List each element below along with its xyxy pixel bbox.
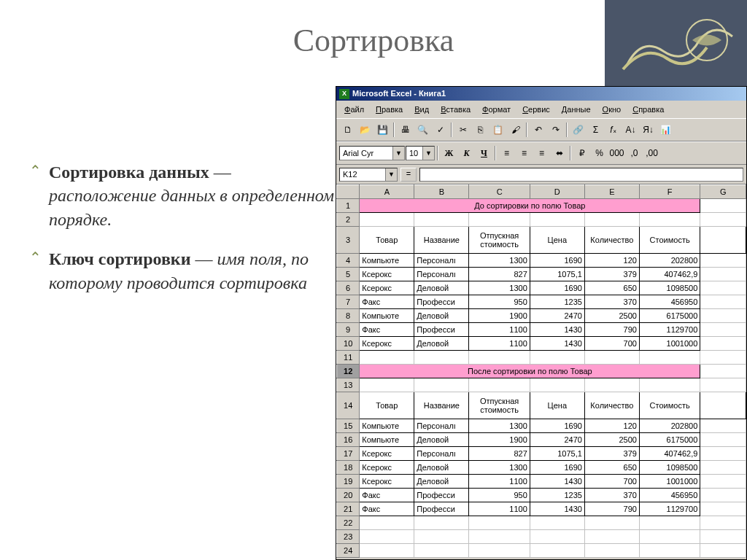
cell[interactable]: Факс xyxy=(360,295,414,309)
row-header[interactable]: 2 xyxy=(337,213,360,227)
cell[interactable]: 456950 xyxy=(639,489,700,502)
cell[interactable]: Компьюте xyxy=(360,254,414,268)
cell[interactable] xyxy=(360,378,414,392)
cell[interactable] xyxy=(360,516,414,530)
cell[interactable] xyxy=(700,199,746,213)
cell[interactable]: 1300 xyxy=(469,419,530,433)
cell[interactable]: 1100 xyxy=(469,337,530,351)
menu-item[interactable]: Справка xyxy=(627,104,669,115)
cell[interactable] xyxy=(469,378,530,392)
cell[interactable]: 1100 xyxy=(469,502,530,516)
row-header[interactable]: 16 xyxy=(337,433,360,447)
cell[interactable]: 370 xyxy=(584,489,639,502)
table-column-header[interactable]: Цена xyxy=(530,392,584,419)
cell[interactable] xyxy=(414,351,469,365)
row-header[interactable]: 18 xyxy=(337,461,360,475)
autosum-icon[interactable]: Σ xyxy=(587,122,604,139)
cell[interactable]: 1100 xyxy=(469,475,530,489)
italic-button[interactable]: К xyxy=(458,145,475,162)
table-column-header[interactable]: Отпускная стоимость xyxy=(469,392,530,419)
cell[interactable]: Персоналı xyxy=(414,447,469,461)
cell[interactable]: 950 xyxy=(469,489,530,502)
cell[interactable] xyxy=(700,516,746,530)
cell[interactable]: 1900 xyxy=(469,433,530,447)
cell[interactable]: 790 xyxy=(584,502,639,516)
cell[interactable] xyxy=(700,419,746,433)
spellcheck-icon[interactable]: ✓ xyxy=(432,122,449,139)
open-file-icon[interactable]: 📂 xyxy=(357,122,374,139)
table-column-header[interactable]: Количество xyxy=(584,392,639,419)
table-column-header[interactable]: Стоимость xyxy=(639,392,700,419)
cell[interactable] xyxy=(700,447,746,461)
cell[interactable] xyxy=(360,530,414,544)
cell[interactable]: 370 xyxy=(584,295,639,309)
row-header[interactable]: 15 xyxy=(337,419,360,433)
cell[interactable] xyxy=(639,378,700,392)
function-icon[interactable]: fₓ xyxy=(605,122,622,139)
cell[interactable]: 1098500 xyxy=(639,281,700,295)
cell[interactable] xyxy=(700,461,746,475)
cell[interactable] xyxy=(639,516,700,530)
cell[interactable] xyxy=(700,433,746,447)
row-header[interactable]: 4 xyxy=(337,254,360,268)
row-header[interactable]: 20 xyxy=(337,489,360,502)
cell[interactable] xyxy=(700,351,746,365)
excel-titlebar[interactable]: X Microsoft Excel - Книга1 xyxy=(336,87,746,101)
cell[interactable]: 1430 xyxy=(530,502,584,516)
cell[interactable] xyxy=(414,530,469,544)
merge-center-icon[interactable]: ⬌ xyxy=(551,145,568,162)
cell[interactable]: Ксерокс xyxy=(360,447,414,461)
cell[interactable] xyxy=(700,295,746,309)
row-header[interactable]: 9 xyxy=(337,323,360,337)
cell[interactable]: Компьюте xyxy=(360,309,414,323)
cell[interactable]: Персоналı xyxy=(414,268,469,281)
cell[interactable]: 950 xyxy=(469,295,530,309)
cell-reference-box[interactable]: K12▼ xyxy=(339,168,398,182)
cell[interactable]: 379 xyxy=(584,268,639,281)
cell[interactable]: Ксерокс xyxy=(360,337,414,351)
cell[interactable]: 1430 xyxy=(530,323,584,337)
row-header[interactable]: 12 xyxy=(337,365,360,378)
cell[interactable]: Професси xyxy=(414,323,469,337)
row-header[interactable]: 17 xyxy=(337,447,360,461)
cell[interactable] xyxy=(530,351,584,365)
cell[interactable] xyxy=(700,337,746,351)
cell[interactable]: 1300 xyxy=(469,461,530,475)
cell[interactable] xyxy=(700,213,746,227)
dropdown-icon[interactable]: ▼ xyxy=(392,147,404,160)
cell[interactable]: 1235 xyxy=(530,295,584,309)
paste-icon[interactable]: 📋 xyxy=(489,122,506,139)
row-header[interactable]: 13 xyxy=(337,378,360,392)
cell[interactable]: Факс xyxy=(360,489,414,502)
cell[interactable]: 1129700 xyxy=(639,323,700,337)
cell[interactable] xyxy=(700,530,746,544)
row-header[interactable]: 11 xyxy=(337,351,360,365)
menu-item[interactable]: Файл xyxy=(339,104,369,115)
cell[interactable]: 1300 xyxy=(469,254,530,268)
cell[interactable] xyxy=(360,544,414,558)
align-left-icon[interactable]: ≡ xyxy=(498,145,515,162)
formula-equals-button[interactable]: = xyxy=(400,168,417,182)
cell[interactable] xyxy=(700,475,746,489)
cell[interactable] xyxy=(584,516,639,530)
section-banner-after[interactable]: После сортировки по полю Товар xyxy=(360,365,700,378)
font-size-selector[interactable]: 10▼ xyxy=(406,146,435,160)
column-header[interactable]: E xyxy=(584,185,639,199)
cell[interactable]: 790 xyxy=(584,323,639,337)
cell[interactable]: 2500 xyxy=(584,433,639,447)
row-header[interactable]: 8 xyxy=(337,309,360,323)
print-icon[interactable]: 🖶 xyxy=(397,122,414,139)
cell[interactable]: 827 xyxy=(469,268,530,281)
percent-icon[interactable]: % xyxy=(591,145,608,162)
cell[interactable] xyxy=(700,268,746,281)
cell[interactable] xyxy=(700,309,746,323)
cell[interactable] xyxy=(639,544,700,558)
cell[interactable]: 650 xyxy=(584,281,639,295)
cell[interactable]: 2470 xyxy=(530,309,584,323)
section-banner-before[interactable]: До сортировки по полю Товар xyxy=(360,199,700,213)
cell[interactable] xyxy=(700,254,746,268)
row-header[interactable]: 3 xyxy=(337,227,360,254)
cell[interactable]: 1100 xyxy=(469,323,530,337)
bold-button[interactable]: Ж xyxy=(441,145,457,162)
print-preview-icon[interactable]: 🔍 xyxy=(414,122,431,139)
